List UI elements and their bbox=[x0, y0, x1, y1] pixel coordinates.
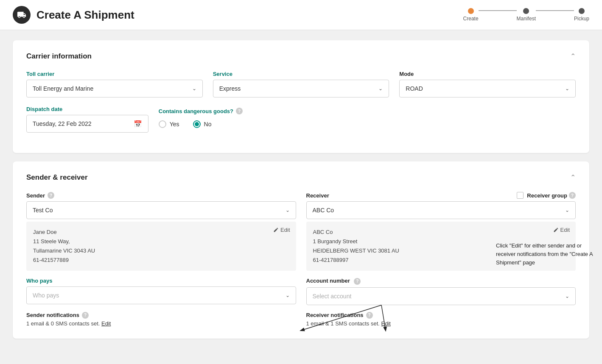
connector-line-2 bbox=[536, 10, 574, 11]
receiver-header-row: Receiver Receiver group ? bbox=[306, 192, 576, 199]
receiver-notifications-section: Receiver notifications ? 1 email & 1 SMS… bbox=[306, 312, 576, 327]
sender-notifications-label: Sender notifications ? bbox=[26, 312, 296, 319]
outer-wrapper: Sender & receiver ⌃ Sender ? Test Co ⌄ bbox=[13, 161, 589, 339]
service-group: Service Express ⌄ bbox=[213, 71, 389, 97]
empty-space bbox=[372, 106, 576, 133]
toll-carrier-select[interactable]: Toll Energy and Marine ⌄ bbox=[26, 80, 203, 97]
receiver-edit-link[interactable]: Edit bbox=[553, 227, 570, 233]
mode-select[interactable]: ROAD ⌄ bbox=[399, 80, 576, 97]
receiver-group-checkbox[interactable] bbox=[517, 192, 524, 199]
dispatch-date-value: Tuesday, 22 Feb 2022 bbox=[33, 120, 92, 127]
receiver-edit-label: Edit bbox=[560, 227, 570, 233]
mode-label: Mode bbox=[399, 71, 576, 77]
step-manifest: Manifest bbox=[517, 8, 536, 22]
carrier-form-row-2: Dispatch date Tuesday, 22 Feb 2022 📅 Con… bbox=[26, 106, 576, 133]
step-create-label: Create bbox=[463, 16, 479, 22]
sender-receiver-card-header: Sender & receiver ⌃ bbox=[26, 173, 576, 182]
sender-notifications-edit-link[interactable]: Edit bbox=[101, 320, 111, 327]
receiver-address-line2: HEIDELBERG WEST VIC 3081 AU bbox=[313, 246, 569, 256]
toll-carrier-group: Toll carrier Toll Energy and Marine ⌄ bbox=[26, 71, 203, 97]
mode-chevron: ⌄ bbox=[565, 86, 569, 92]
step-connector-1 bbox=[479, 10, 517, 11]
account-chevron: ⌄ bbox=[565, 293, 569, 299]
account-help-icon[interactable]: ? bbox=[354, 278, 361, 285]
dangerous-goods-help-icon[interactable]: ? bbox=[236, 108, 243, 114]
dispatch-date-input[interactable]: Tuesday, 22 Feb 2022 📅 bbox=[26, 115, 148, 133]
sender-phone: 61-421577889 bbox=[33, 256, 289, 265]
carrier-card-title: Carrier information bbox=[26, 52, 92, 61]
step-manifest-label: Manifest bbox=[517, 16, 536, 22]
sender-receiver-card: Sender & receiver ⌃ Sender ? Test Co ⌄ bbox=[13, 161, 589, 339]
sender-value: Test Co bbox=[33, 207, 53, 214]
who-pays-account-row: Who pays Who pays ⌄ Account number ? Sel… bbox=[26, 278, 576, 305]
progress-steps: Create Manifest Pickup bbox=[463, 8, 589, 22]
sender-help-icon[interactable]: ? bbox=[48, 192, 54, 199]
dispatch-date-group: Dispatch date Tuesday, 22 Feb 2022 📅 bbox=[26, 106, 148, 133]
step-manifest-dot bbox=[523, 8, 529, 14]
receiver-notifications-help-icon[interactable]: ? bbox=[366, 312, 373, 319]
receiver-notifications-text: 1 email & 1 SMS contacts set. Edit bbox=[306, 320, 576, 327]
sender-label: Sender bbox=[26, 192, 45, 199]
step-pickup-label: Pickup bbox=[574, 16, 589, 22]
notifications-row: Sender notifications ? 1 email & 0 SMS c… bbox=[26, 312, 576, 327]
who-pays-label: Who pays bbox=[26, 278, 296, 284]
dispatch-date-label: Dispatch date bbox=[26, 106, 148, 112]
receiver-notifications-edit-link[interactable]: Edit bbox=[381, 320, 391, 327]
receiver-address-line1: 1 Burgandy Street bbox=[313, 237, 569, 246]
toll-carrier-chevron: ⌄ bbox=[192, 86, 196, 92]
sender-edit-link[interactable]: Edit bbox=[273, 227, 290, 233]
service-label: Service bbox=[213, 71, 389, 77]
sender-address-box: Edit Jane Doe 11 Steele Way, Tullamarine… bbox=[26, 222, 296, 271]
sender-address-line1: 11 Steele Way, bbox=[33, 237, 289, 246]
receiver-select[interactable]: ABC Co ⌄ bbox=[306, 201, 576, 219]
sender-address-line2: Tullamarine VIC 3043 AU bbox=[33, 246, 289, 256]
carrier-information-card: Carrier information ⌃ Toll carrier Toll … bbox=[13, 40, 589, 153]
receiver-value: ABC Co bbox=[313, 207, 334, 214]
mode-value: ROAD bbox=[406, 85, 423, 92]
step-create-dot bbox=[468, 8, 474, 14]
main: Carrier information ⌃ Toll carrier Toll … bbox=[0, 30, 602, 349]
service-value: Express bbox=[219, 85, 241, 92]
sender-receiver-columns: Sender ? Test Co ⌄ Edit Jane Doe bbox=[26, 192, 576, 271]
sender-label-row: Sender ? bbox=[26, 192, 296, 199]
sender-chevron: ⌄ bbox=[286, 207, 290, 213]
sender-select[interactable]: Test Co ⌄ bbox=[26, 201, 296, 219]
receiver-phone: 61-421788997 bbox=[313, 256, 569, 265]
sender-notifications-section: Sender notifications ? 1 email & 0 SMS c… bbox=[26, 312, 296, 327]
carrier-collapse-icon[interactable]: ⌃ bbox=[570, 52, 576, 60]
account-placeholder: Select account bbox=[313, 293, 352, 300]
service-select[interactable]: Express ⌄ bbox=[213, 80, 389, 97]
step-connector-2 bbox=[536, 10, 574, 11]
receiver-name: ABC Co bbox=[313, 228, 569, 237]
who-pays-chevron: ⌄ bbox=[286, 292, 290, 298]
dangerous-goods-no-option[interactable]: No bbox=[193, 120, 212, 128]
page-title: Create A Shipment bbox=[36, 8, 134, 22]
step-pickup: Pickup bbox=[574, 8, 589, 22]
mode-group: Mode ROAD ⌄ bbox=[399, 71, 576, 97]
steps-row: Create Manifest Pickup bbox=[463, 8, 589, 22]
sender-address-text: Jane Doe 11 Steele Way, Tullamarine VIC … bbox=[33, 228, 289, 265]
account-number-label: Account number ? bbox=[306, 278, 576, 285]
sender-notifications-text: 1 email & 0 SMS contacts set. Edit bbox=[26, 320, 296, 327]
step-pickup-dot bbox=[579, 8, 585, 14]
receiver-chevron: ⌄ bbox=[565, 207, 569, 213]
receiver-group-help-icon[interactable]: ? bbox=[569, 192, 576, 199]
dangerous-goods-yes-radio[interactable] bbox=[159, 120, 166, 128]
step-create: Create bbox=[463, 8, 479, 22]
account-select[interactable]: Select account ⌄ bbox=[306, 287, 576, 305]
receiver-notifications-label: Receiver notifications ? bbox=[306, 312, 576, 319]
carrier-form-row-1: Toll carrier Toll Energy and Marine ⌄ Se… bbox=[26, 71, 576, 97]
receiver-address-box: Edit ABC Co 1 Burgandy Street HEIDELBERG… bbox=[306, 222, 576, 271]
sender-notifications-help-icon[interactable]: ? bbox=[82, 312, 89, 319]
service-chevron: ⌄ bbox=[378, 86, 383, 92]
dangerous-goods-no-radio[interactable] bbox=[193, 120, 201, 128]
who-pays-placeholder: Who pays bbox=[33, 292, 59, 299]
dangerous-goods-no-label: No bbox=[204, 121, 212, 128]
dangerous-goods-yes-label: Yes bbox=[170, 121, 179, 128]
dangerous-goods-group: Contains dangerous goods? ? Yes No bbox=[159, 106, 362, 133]
sender-receiver-card-title: Sender & receiver bbox=[26, 173, 88, 182]
dangerous-goods-label: Contains dangerous goods? ? bbox=[159, 108, 362, 114]
who-pays-select[interactable]: Who pays ⌄ bbox=[26, 286, 296, 304]
dangerous-goods-yes-option[interactable]: Yes bbox=[159, 120, 179, 128]
sender-receiver-collapse-icon[interactable]: ⌃ bbox=[570, 173, 576, 181]
